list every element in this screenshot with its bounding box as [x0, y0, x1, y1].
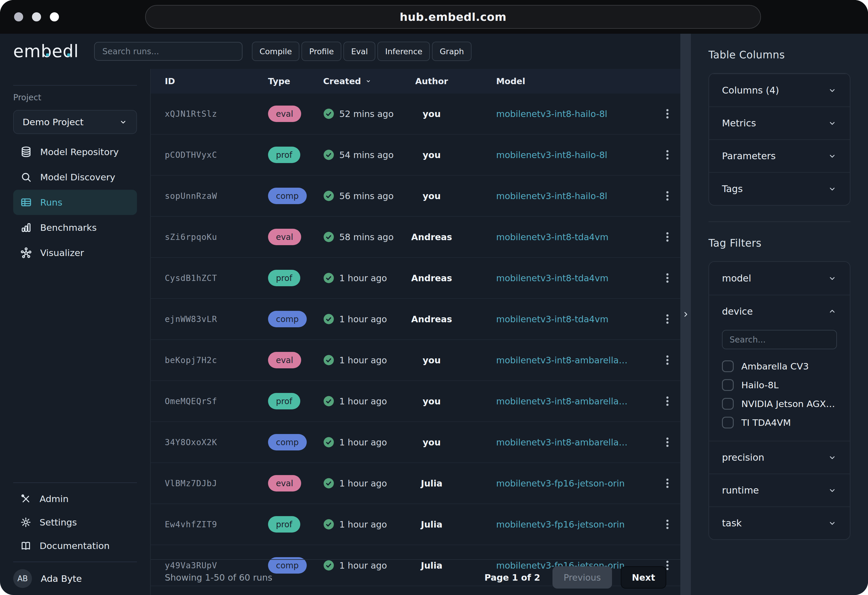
kebab-menu-icon: [661, 190, 673, 202]
model-link[interactable]: mobilenetv3-int8-ambarella…: [496, 437, 654, 447]
tag-section-model[interactable]: model: [709, 262, 850, 295]
run-id: 34Y8OxoX2K: [165, 437, 268, 447]
model-link[interactable]: mobilenetv3-int8-tda4vm: [496, 232, 654, 242]
row-menu-button[interactable]: [654, 395, 681, 407]
device-option[interactable]: TI TDA4VM: [722, 413, 837, 432]
chevron-down-icon: [828, 518, 837, 528]
logo-dot-icon: [46, 53, 49, 56]
row-menu-button[interactable]: [654, 518, 681, 530]
run-author: you: [411, 355, 452, 365]
kebab-menu-icon: [661, 477, 673, 489]
close-button[interactable]: [14, 12, 23, 21]
sidebar-item-admin[interactable]: Admin: [13, 487, 137, 511]
search-runs-input[interactable]: [94, 42, 242, 61]
table-row[interactable]: OmeMQEQrSf prof 1 hour ago: [151, 381, 681, 422]
sidebar-item-settings[interactable]: Settings: [13, 511, 137, 534]
model-link[interactable]: mobilenetv3-int8-hailo-8l: [496, 109, 654, 119]
row-menu-button[interactable]: [654, 436, 681, 448]
tag-section-precision[interactable]: precision: [709, 441, 850, 474]
panel-collapse-handle[interactable]: [681, 34, 691, 595]
model-link[interactable]: mobilenetv3-int8-hailo-8l: [496, 191, 654, 201]
accordion-row[interactable]: Tags: [709, 172, 850, 205]
accordion-label: device: [722, 306, 753, 317]
model-link[interactable]: mobilenetv3-int8-ambarella…: [496, 396, 654, 406]
checkbox[interactable]: [722, 360, 734, 372]
database-icon: [20, 146, 32, 158]
filter-button[interactable]: Compile: [252, 41, 300, 61]
run-author: Andreas: [411, 232, 452, 242]
tag-section-task[interactable]: task: [709, 506, 850, 539]
checkbox[interactable]: [722, 417, 734, 428]
sidebar-item-documentation[interactable]: Documentation: [13, 534, 137, 558]
checkbox[interactable]: [722, 379, 734, 391]
checkbox[interactable]: [722, 398, 734, 410]
row-menu-button[interactable]: [654, 272, 681, 284]
avatar: AB: [13, 569, 32, 588]
device-option-label: TI TDA4VM: [741, 417, 791, 428]
filter-button[interactable]: Inference: [377, 41, 430, 61]
table-row[interactable]: xQJN1RtSlz eval 52 mins ago: [151, 93, 681, 134]
model-link[interactable]: mobilenetv3-int8-ambarella…: [496, 355, 654, 365]
run-author: you: [411, 109, 452, 119]
kebab-menu-icon: [661, 272, 673, 284]
tag-filters-card: model device Ambarella CV3: [709, 261, 850, 540]
column-header-created[interactable]: Created: [323, 76, 411, 86]
table-row[interactable]: sZi6rpqoKu eval 58 mins ago: [151, 217, 681, 258]
filter-button[interactable]: Graph: [432, 41, 471, 61]
filter-button[interactable]: Profile: [301, 41, 341, 61]
accordion-row[interactable]: Parameters: [709, 139, 850, 172]
device-search-input[interactable]: [722, 330, 837, 349]
next-page-button[interactable]: Next: [621, 566, 666, 589]
type-badge: eval: [268, 229, 301, 245]
sidebar-item-model-discovery[interactable]: Model Discovery: [13, 164, 137, 190]
device-option[interactable]: Ambarella CV3: [722, 357, 837, 376]
table-footer: Showing 1-50 of 60 runs Page 1 of 2 Prev…: [151, 559, 681, 595]
type-badge: eval: [268, 352, 301, 368]
kebab-menu-icon: [661, 108, 673, 120]
divider: [13, 483, 137, 483]
table-row[interactable]: beKopj7H2c eval 1 hour ago: [151, 340, 681, 381]
minimize-button[interactable]: [32, 12, 41, 21]
tag-section-runtime[interactable]: runtime: [709, 474, 850, 506]
sidebar-item-benchmarks[interactable]: Benchmarks: [13, 215, 137, 240]
tag-section-device[interactable]: device: [709, 295, 850, 328]
url-bar[interactable]: hub.embedl.com: [145, 5, 761, 29]
tag-filters-title: Tag Filters: [709, 237, 850, 249]
run-created-time: 1 hour ago: [339, 314, 387, 324]
accordion-label: precision: [722, 452, 764, 463]
table-row[interactable]: Ew4vhfZIT9 prof 1 hour ago: [151, 504, 681, 545]
sidebar-item-visualizer[interactable]: Visualizer: [13, 240, 137, 266]
table-row[interactable]: CysdB1hZCT prof 1 hour ago: [151, 258, 681, 299]
table-row[interactable]: VlBMz7DJbJ eval 1 hour ago: [151, 463, 681, 504]
device-option[interactable]: NVIDIA Jetson AGX Or…: [722, 394, 837, 413]
table-row[interactable]: pCODTHVyxC prof 54 mins ago: [151, 134, 681, 176]
model-link[interactable]: mobilenetv3-int8-tda4vm: [496, 314, 654, 324]
row-menu-button[interactable]: [654, 108, 681, 120]
row-menu-button[interactable]: [654, 313, 681, 325]
table-row[interactable]: sopUnnRzaW comp 56 mins ago: [151, 176, 681, 217]
sidebar-item-model-repository[interactable]: Model Repository: [13, 139, 137, 164]
model-link[interactable]: mobilenetv3-fp16-jetson-orin: [496, 519, 654, 530]
row-menu-button[interactable]: [654, 477, 681, 489]
model-link[interactable]: mobilenetv3-int8-tda4vm: [496, 273, 654, 283]
user-row[interactable]: AB Ada Byte: [13, 562, 137, 595]
table-row[interactable]: ejnWW83vLR comp 1 hour ago: [151, 299, 681, 340]
sidebar-item-runs[interactable]: Runs: [13, 190, 137, 215]
accordion-row[interactable]: Columns (4): [709, 74, 850, 106]
row-menu-button[interactable]: [654, 190, 681, 202]
column-header-author: Author: [411, 76, 452, 86]
row-menu-button[interactable]: [654, 149, 681, 161]
maximize-button[interactable]: [50, 12, 59, 21]
status-success-icon: [323, 231, 334, 242]
previous-page-button[interactable]: Previous: [552, 566, 612, 589]
run-type-cell: prof: [268, 147, 323, 163]
filter-button[interactable]: Eval: [343, 41, 375, 61]
project-select[interactable]: Demo Project: [13, 110, 137, 134]
model-link[interactable]: mobilenetv3-int8-hailo-8l: [496, 150, 654, 160]
model-link[interactable]: mobilenetv3-fp16-jetson-orin: [496, 478, 654, 489]
row-menu-button[interactable]: [654, 231, 681, 243]
row-menu-button[interactable]: [654, 354, 681, 366]
device-option[interactable]: Hailo-8L: [722, 376, 837, 394]
accordion-row[interactable]: Metrics: [709, 106, 850, 139]
table-row[interactable]: 34Y8OxoX2K comp 1 hour ago: [151, 422, 681, 463]
